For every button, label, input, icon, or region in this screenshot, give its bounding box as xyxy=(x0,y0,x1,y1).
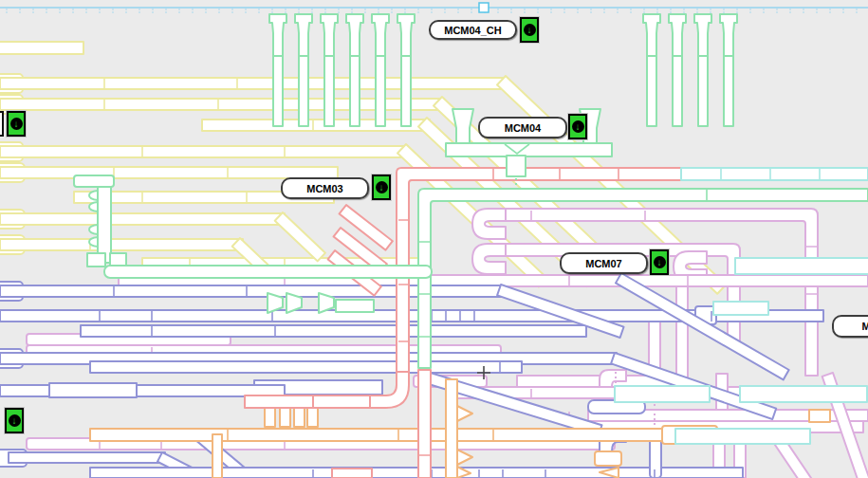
circled-down-arrow-icon xyxy=(524,24,536,36)
station-label-mcm07[interactable]: MCM07 xyxy=(560,252,648,274)
status-indicator-mcm07[interactable] xyxy=(650,249,669,275)
editor-ruler xyxy=(0,8,868,13)
circled-down-arrow-icon xyxy=(10,118,23,130)
status-indicator-left[interactable] xyxy=(7,111,26,137)
station-label-mcm04-ch[interactable]: MCM04_CH xyxy=(429,20,517,40)
circled-down-arrow-icon xyxy=(654,256,666,268)
mimic-canvas: MCM04_CH MCM04 MCM03 MCM07 MC xyxy=(0,0,868,478)
status-indicator-mcm03[interactable] xyxy=(372,175,391,200)
circled-down-arrow-icon xyxy=(9,414,21,427)
status-indicator-bottom-left[interactable] xyxy=(5,408,24,433)
circled-down-arrow-icon xyxy=(376,181,388,193)
status-indicator-edge-partial[interactable] xyxy=(0,111,4,137)
conveyor-network xyxy=(0,0,868,478)
circled-down-arrow-icon xyxy=(572,120,584,133)
station-label-partial[interactable]: MC xyxy=(832,315,868,338)
status-indicator-mcm04[interactable] xyxy=(568,114,587,139)
station-label-mcm04[interactable]: MCM04 xyxy=(478,117,567,138)
station-label-mcm03[interactable]: MCM03 xyxy=(281,177,369,199)
status-indicator-mcm04-ch[interactable] xyxy=(520,17,539,43)
selection-handle[interactable] xyxy=(479,3,489,12)
